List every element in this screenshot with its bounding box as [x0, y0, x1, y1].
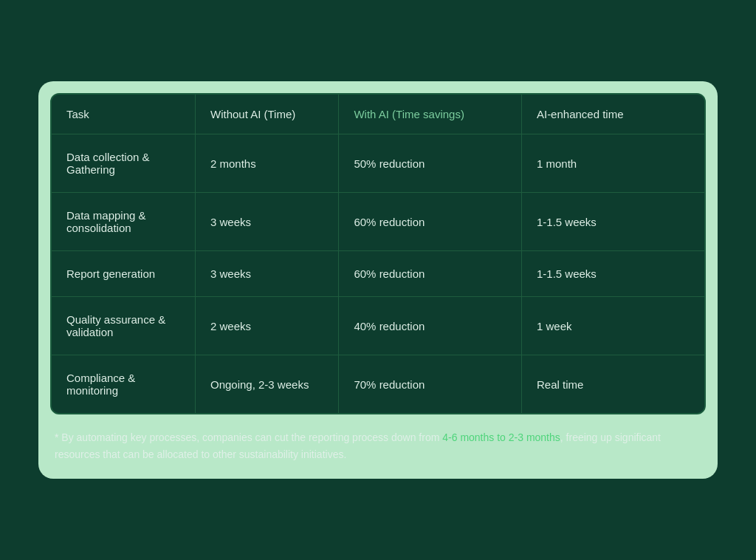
cell-without-ai-4: Ongoing, 2-3 weeks [195, 355, 338, 414]
header-ai-enhanced: AI-enhanced time [521, 95, 704, 134]
outer-card: Task Without AI (Time) With AI (Time sav… [38, 81, 718, 479]
table-row: Compliance & monitoringOngoing, 2-3 week… [52, 355, 704, 414]
cell-with-ai-1: 60% reduction [339, 193, 522, 251]
cell-ai-enhanced-2: 1-1.5 weeks [521, 251, 704, 297]
cell-task-2: Report generation [52, 251, 195, 297]
cell-with-ai-0: 50% reduction [339, 134, 522, 193]
cell-without-ai-2: 3 weeks [195, 251, 338, 297]
inner-card: Task Without AI (Time) With AI (Time sav… [50, 93, 706, 414]
cell-with-ai-2: 60% reduction [339, 251, 522, 297]
comparison-table: Task Without AI (Time) With AI (Time sav… [52, 95, 704, 413]
table-row: Data collection & Gathering2 months50% r… [52, 134, 704, 193]
cell-without-ai-0: 2 months [195, 134, 338, 193]
cell-ai-enhanced-3: 1 week [521, 297, 704, 355]
cell-task-3: Quality assurance & validation [52, 297, 195, 355]
cell-task-4: Compliance & monitoring [52, 355, 195, 414]
cell-task-0: Data collection & Gathering [52, 134, 195, 193]
cell-task-1: Data mapping & consolidation [52, 193, 195, 251]
cell-with-ai-3: 40% reduction [339, 297, 522, 355]
footer-note: * By automating key processes, companies… [50, 414, 706, 467]
header-without-ai: Without AI (Time) [195, 95, 338, 134]
table-row: Report generation3 weeks60% reduction1-1… [52, 251, 704, 297]
table-row: Data mapping & consolidation3 weeks60% r… [52, 193, 704, 251]
table-row: Quality assurance & validation2 weeks40%… [52, 297, 704, 355]
cell-without-ai-3: 2 weeks [195, 297, 338, 355]
footer-prefix: * By automating key processes, companies… [55, 431, 442, 443]
footer-highlight: 4-6 months to 2-3 months [442, 431, 560, 443]
cell-ai-enhanced-0: 1 month [521, 134, 704, 193]
header-with-ai: With AI (Time savings) [339, 95, 522, 134]
cell-with-ai-4: 70% reduction [339, 355, 522, 414]
cell-without-ai-1: 3 weeks [195, 193, 338, 251]
header-task: Task [52, 95, 195, 134]
cell-ai-enhanced-4: Real time [521, 355, 704, 414]
cell-ai-enhanced-1: 1-1.5 weeks [521, 193, 704, 251]
